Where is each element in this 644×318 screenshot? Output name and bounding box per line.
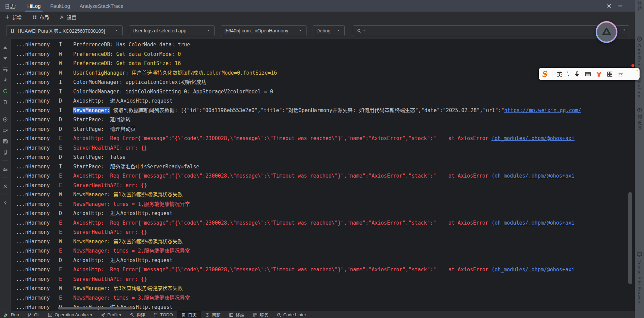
log-row[interactable]: ...nHarmonyIPreferenceDB: Has ColorMode … — [11, 40, 635, 50]
run-button[interactable]: Run — [0, 311, 23, 318]
log-row[interactable]: ...nHarmonyDStartPage: 延时跳转 — [11, 115, 635, 125]
log-row[interactable]: ...nHarmonyEAxiosHttp: Req Error{"messag… — [11, 134, 635, 143]
log-tag: ...nHarmony — [16, 69, 50, 78]
log-button[interactable]: 日志 — [177, 311, 201, 318]
services-button[interactable]: 服务 — [249, 311, 272, 318]
log-row[interactable]: ...nHarmonyDAxiosHttp: 进入AxiosHttp.reque… — [11, 96, 635, 106]
ime-voice-icon[interactable] — [574, 71, 580, 77]
log-level: E — [59, 134, 62, 143]
log-row[interactable]: ...nHarmonyEServerHealthAPI: err: {} — [11, 143, 635, 153]
log-row[interactable]: ...nHarmonyEAxiosHttp: Req Error{"messag… — [11, 265, 635, 275]
log-tag: ...nHarmony — [16, 218, 50, 228]
log-row[interactable]: ...nHarmonyDStartPage: false — [11, 153, 635, 162]
todo-button[interactable]: TODO — [149, 311, 177, 318]
log-row[interactable]: ...nHarmonyWNewsManager: 第3次查询服务端健康状态失败 — [11, 284, 635, 293]
sogou-logo-icon[interactable]: S — [541, 70, 548, 78]
log-row[interactable]: ...nHarmonyDAxiosHttp: 进入AxiosHttp.reque… — [11, 256, 635, 266]
log-row[interactable]: ...nHarmonyENewsManager: times = 1,服务端健康… — [11, 200, 635, 209]
add-filter-button[interactable]: 新增 — [2, 12, 25, 22]
stripe-item-codegenie[interactable]: CodeGenie — [635, 36, 644, 70]
git-button[interactable]: Git — [23, 311, 44, 318]
log-row[interactable]: ...nHarmonyWNewsManager: 第1次查询服务端健康状态失败 — [11, 190, 635, 200]
ime-skin-icon[interactable] — [596, 71, 602, 77]
scroll-to-end-icon[interactable] — [2, 77, 8, 84]
monitor-icon — [637, 252, 642, 257]
log-link[interactable]: https://mp.weixin.qq.com/ — [504, 107, 581, 113]
log-row[interactable]: ...nHarmonyEServerHealthAPI: err: {} — [11, 275, 635, 284]
screen-record-icon[interactable] — [2, 127, 8, 134]
operation-analyzer-button[interactable]: Operation Analyzer — [44, 311, 96, 318]
vertical-scrollbar[interactable] — [628, 192, 632, 284]
window-minimize-icon[interactable] — [617, 3, 623, 9]
device-select[interactable]: HUAWEI Pura X 典...XC0225607000109] — [6, 25, 123, 36]
log-row[interactable]: ...nHarmonyENewsManager: times = 2,服务端健康… — [11, 246, 635, 256]
log-row[interactable]: ...nHarmonyWNewsManager: 第2次查询服务端健康状态失败 — [11, 237, 635, 247]
log-link[interactable]: (oh_modules/.ohpm/@ohos+axi — [491, 173, 575, 179]
log-message: ServerHealthAPI: err: {} — [73, 228, 635, 237]
stripe-item-device-file-browser[interactable]: Device File Browser — [635, 252, 644, 305]
search-field[interactable]: .* — [353, 25, 629, 36]
ime-toolbar[interactable]: S 英’,✦ — [539, 68, 640, 80]
restart-session-icon[interactable] — [2, 88, 8, 94]
assistant-avatar[interactable] — [596, 21, 617, 43]
log-row[interactable]: ...nHarmonyWPreferenceDB: Get data FontS… — [11, 59, 635, 69]
log-type-select[interactable]: User logs of selected app — [129, 25, 215, 36]
tab-faultlog[interactable]: FaultLog — [45, 0, 75, 12]
stripe-item-top[interactable]: 体验 — [635, 1, 644, 12]
device-icon[interactable] — [2, 149, 8, 155]
ime-lang-toggle[interactable]: 英 — [557, 70, 562, 78]
settings-button[interactable]: 设置 — [57, 12, 79, 22]
log-row[interactable]: ...nHarmonyENewsManager: times = 3,服务端健康… — [11, 293, 635, 303]
ime-toolbox-icon[interactable] — [607, 71, 613, 77]
profiler-button[interactable]: Profiler — [96, 311, 125, 318]
screenshot-icon[interactable] — [2, 116, 8, 123]
log-row[interactable]: ...nHarmonyEAxiosHttp: Req Error{"messag… — [11, 218, 635, 228]
hscroll-thumb[interactable] — [58, 307, 133, 309]
clear-log-icon[interactable] — [2, 99, 8, 105]
horizontal-scrollbar[interactable] — [11, 307, 621, 309]
log-level-select[interactable]: Debug — [313, 25, 345, 36]
log-row[interactable]: ...nHarmonyIColorModManager: initColoMod… — [11, 87, 635, 97]
log-row[interactable]: ...nHarmonyEServerHealthAPI: err: {} — [11, 228, 635, 237]
log-row[interactable]: ...nHarmonyDStartPage: 清理启动页 — [11, 125, 635, 134]
build-button[interactable]: 构建 — [125, 311, 149, 318]
titlebar-settings-gear-icon[interactable] — [606, 3, 612, 9]
ime-keyboard-icon[interactable] — [585, 71, 591, 77]
help-icon[interactable] — [2, 200, 8, 207]
log-row[interactable]: ...nHarmonyINewsManager: 读取到数据库新闻列表数据: [… — [11, 106, 635, 116]
device-select-value: HUAWEI Pura X 典...XC0225607000109] — [18, 27, 105, 34]
export-log-icon[interactable] — [2, 138, 8, 145]
log-link[interactable]: (oh_modules/.ohpm/@ohos+axi — [491, 220, 575, 226]
scroll-to-bottom-icon[interactable] — [2, 55, 8, 62]
log-row[interactable]: ...nHarmonyIStartPage: 服务端准备中isServerRea… — [11, 162, 635, 172]
stripe-item-previewer[interactable]: 预览器 — [635, 107, 644, 131]
search-options-chevron-icon[interactable] — [362, 29, 366, 33]
process-select[interactable]: [56405] com...nOpenHarmony — [221, 25, 307, 36]
log-tag: ...nHarmony — [16, 275, 50, 284]
log-tag: ...nHarmony — [16, 153, 50, 162]
log-row[interactable]: ...nHarmonyDAxiosHttp: 进入AxiosHttp.reque… — [11, 209, 635, 218]
log-text: AxiosHttp: Req Error{"message":"{\"code\… — [73, 135, 491, 141]
log-link[interactable]: (oh_modules/.ohpm/@ohos+axi — [491, 267, 575, 273]
problems-button[interactable]: 问题 — [201, 311, 225, 318]
ime-punctuation-toggle[interactable]: ’, — [567, 71, 569, 77]
log-row[interactable]: ...nHarmonyWPreferenceDB: Get data Color… — [11, 50, 635, 59]
close-panel-icon[interactable] — [2, 183, 8, 190]
soft-wrap-icon[interactable] — [2, 66, 8, 73]
log-text: NewsManager: 第2次查询服务端健康状态失败 — [73, 239, 183, 245]
search-input[interactable] — [367, 28, 621, 34]
code-linter-button[interactable]: Code Linter — [272, 311, 310, 318]
tab-hilog[interactable]: HiLog — [22, 0, 45, 12]
log-row[interactable]: ...nHarmonyEServerHealthAPI: err: {} — [11, 181, 635, 191]
ime-emoji-icon[interactable] — [617, 71, 624, 77]
regex-toggle[interactable]: .* — [622, 28, 626, 33]
log-row[interactable]: ...nHarmonyEAxiosHttp: Req Error{"messag… — [11, 171, 635, 181]
log-text: PreferenceDB: Get data ColorMode: 0 — [73, 51, 181, 57]
terminal-button[interactable]: 终端 — [225, 311, 249, 318]
scroll-to-top-icon[interactable] — [2, 44, 8, 51]
filter-settings-icon[interactable] — [2, 166, 8, 172]
log-link[interactable]: (oh_modules/.ohpm/@ohos+axi — [491, 135, 575, 141]
layout-button[interactable]: 布局 — [29, 12, 52, 22]
log-level: D — [59, 115, 62, 125]
tab-analyzestacktrace[interactable]: AnalyzeStackTrace — [75, 0, 128, 12]
